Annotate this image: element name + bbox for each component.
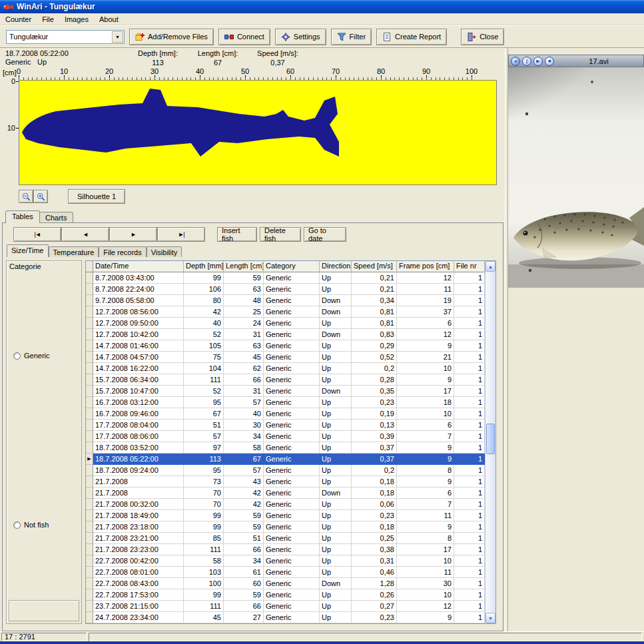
table-row[interactable]: 21.7.20087343GenericUp0,1891 [86, 476, 495, 487]
silhouette-1-button[interactable]: Silhouette 1 [68, 189, 125, 204]
subtab-visibility[interactable]: Visibility [147, 246, 182, 257]
table-row[interactable]: 22.7.2008 00:42:005834GenericUp0,31101 [86, 555, 495, 567]
radio-generic[interactable]: Generic [13, 352, 50, 360]
table-row[interactable]: 17.7.2008 08:06:005734GenericUp0,3971 [86, 431, 495, 442]
go-to-date-button[interactable]: Go to date [304, 227, 346, 242]
table-row[interactable]: 8.7.2008 03:43:009959GenericUp0,21121 [86, 272, 495, 284]
scrollbar-thumb[interactable] [486, 424, 495, 454]
table-row[interactable]: 14.7.2008 01:46:0010563GenericUp0,2991 [86, 340, 495, 352]
table-cell: 48 [224, 295, 264, 306]
menu-file[interactable]: File [37, 14, 59, 25]
table-cell: 21.7.2008 [93, 476, 184, 487]
table-row[interactable]: 12.7.2008 08:56:004225GenericDown0,81371 [86, 306, 495, 318]
table-cell: 59 [224, 589, 264, 601]
menu-images[interactable]: Images [59, 14, 94, 25]
length-readout: Length [cm]: 67 [193, 49, 242, 67]
column-header-c0[interactable]: Date/Time [93, 261, 184, 272]
column-header-c2[interactable]: Length [cm] [224, 261, 264, 272]
zoom-out-button[interactable] [19, 190, 33, 203]
radio-generic-circle[interactable] [13, 352, 21, 360]
table-row[interactable]: 12.7.2008 10:42:005231GenericDown0,83121 [86, 329, 495, 340]
create-report-button[interactable]: Create Report [376, 29, 447, 45]
radio-not-fish[interactable]: Not fish [13, 521, 49, 529]
first-record-button[interactable]: |◄ [13, 227, 61, 242]
table-cell: Up [320, 318, 352, 329]
table-row[interactable]: 14.7.2008 16:22:0010462GenericUp0,2101 [86, 363, 495, 374]
table-row[interactable]: 16.7.2008 03:12:009557GenericUp0,23181 [86, 397, 495, 408]
connect-button[interactable]: Connect [218, 29, 270, 45]
table-row[interactable]: 22.7.2008 08:43:0010060GenericDown1,2830… [86, 578, 495, 589]
table-cell: 1 [454, 555, 485, 567]
combobox-dropdown-icon[interactable]: ▼ [112, 31, 123, 43]
column-header-c6[interactable]: Frame pos [cm] [397, 261, 454, 272]
table-row[interactable]: 21.7.20087042GenericDown0,1861 [86, 487, 495, 499]
table-row[interactable]: 17.7.2008 08:04:005130GenericUp0,1361 [86, 420, 495, 431]
table-row[interactable]: ▶18.7.2008 05:22:0011367GenericUp0,3791 [86, 454, 495, 465]
table-row[interactable]: 21.7.2008 23:23:0011166GenericUp0,38171 [86, 544, 495, 555]
table-row[interactable]: 21.7.2008 00:32:007042GenericUp0,0671 [86, 499, 495, 510]
table-cell: Generic [264, 521, 320, 533]
table-cell: Up [320, 408, 352, 420]
table-row[interactable]: 21.7.2008 23:18:009959GenericUp0,1891 [86, 521, 495, 533]
grid-vertical-scrollbar[interactable]: ▲ ▼ [485, 261, 495, 623]
add-remove-files-button[interactable]: Add/Remove Files [129, 29, 214, 45]
radio-not-fish-circle[interactable] [13, 521, 21, 529]
video-record-button[interactable]: ● [511, 57, 520, 66]
table-row[interactable]: 15.7.2008 10:47:005231GenericDown0,35171 [86, 386, 495, 397]
column-header-c7[interactable]: File nr [454, 261, 485, 272]
video-filename: 17.avi [556, 57, 641, 65]
column-header-c4[interactable]: Direction [320, 261, 352, 272]
table-cell: 61 [224, 567, 264, 578]
tab-tables-label: Tables [12, 212, 33, 220]
table-row[interactable]: 24.7.2008 23:34:004527GenericUp0,2391 [86, 612, 495, 623]
delete-fish-button[interactable]: Delete fish [260, 227, 301, 242]
menu-about[interactable]: About [94, 14, 124, 25]
table-row[interactable]: 21.7.2008 23:21:008551GenericUp0,2581 [86, 533, 495, 544]
table-cell: 67 [184, 408, 224, 420]
table-row[interactable]: 21.7.2008 18:49:009959GenericUp0,23111 [86, 510, 495, 521]
table-row[interactable]: 14.7.2008 04:57:007545GenericUp0,52211 [86, 352, 495, 363]
table-cell: 0,28 [352, 374, 397, 386]
settings-button[interactable]: Settings [275, 29, 326, 45]
insert-fish-button[interactable]: Insert fish [217, 227, 257, 242]
table-cell: Up [320, 340, 352, 352]
scroll-up-button[interactable]: ▲ [485, 261, 495, 272]
table-cell: 66 [224, 374, 264, 386]
filter-button[interactable]: Filter [331, 29, 372, 45]
scroll-down-button[interactable]: ▼ [485, 613, 495, 623]
zoom-in-button[interactable] [33, 190, 48, 203]
table-row[interactable]: 16.7.2008 09:46:006740GenericUp0,19101 [86, 408, 495, 420]
table-cell: 31 [224, 386, 264, 397]
menu-bar: Counter File Images About [0, 13, 644, 25]
table-row[interactable]: 22.7.2008 17:53:009959GenericUp0,26101 [86, 589, 495, 601]
table-row[interactable]: 12.7.2008 09:50:004024GenericUp0,8161 [86, 318, 495, 329]
table-row[interactable]: 15.7.2008 06:34:0011166GenericUp0,2891 [86, 374, 495, 386]
menu-counter[interactable]: Counter [0, 14, 37, 25]
column-header-c5[interactable]: Speed [m/s] [352, 261, 397, 272]
video-play-button[interactable]: ▶ [533, 57, 543, 66]
video-pause-button[interactable]: ∥ [522, 57, 531, 66]
tab-tables[interactable]: Tables [5, 210, 40, 223]
last-record-button[interactable]: ►| [157, 227, 205, 242]
column-header-c1[interactable]: Depth [mm] [184, 261, 224, 272]
table-row[interactable]: 18.7.2008 09:24:009557GenericUp0,281 [86, 465, 495, 476]
prev-record-button[interactable]: ◄ [61, 227, 109, 242]
table-row[interactable]: 8.7.2008 22:24:0010663GenericUp0,21111 [86, 284, 495, 295]
subtab-size-time[interactable]: Size/Time [7, 244, 49, 257]
table-row[interactable]: 22.7.2008 08:01:0010361GenericUp0,46111 [86, 567, 495, 578]
next-record-button[interactable]: ► [109, 227, 157, 242]
close-button[interactable]: Close [461, 29, 504, 45]
table-row[interactable]: 23.7.2008 21:15:0011166GenericUp0,27121 [86, 601, 495, 612]
table-cell: 0,23 [352, 397, 397, 408]
table-cell: Generic [264, 567, 320, 578]
tab-charts[interactable]: Charts [39, 212, 73, 223]
column-header-c3[interactable]: Category [264, 261, 320, 272]
subtab-temperature[interactable]: Temperature [49, 246, 99, 257]
table-row[interactable]: 9.7.2008 05:58:008048GenericDown0,34191 [86, 295, 495, 306]
table-cell: 24.7.2008 23:34:00 [93, 612, 184, 623]
table-row[interactable]: 18.7.2008 03:52:009758GenericUp0,3791 [86, 442, 495, 454]
table-cell: Generic [264, 408, 320, 420]
site-combobox[interactable]: Tungulækur ▼ [6, 30, 125, 44]
video-stop-button[interactable]: ■ [545, 57, 554, 66]
subtab-file-records[interactable]: File records [99, 246, 146, 257]
